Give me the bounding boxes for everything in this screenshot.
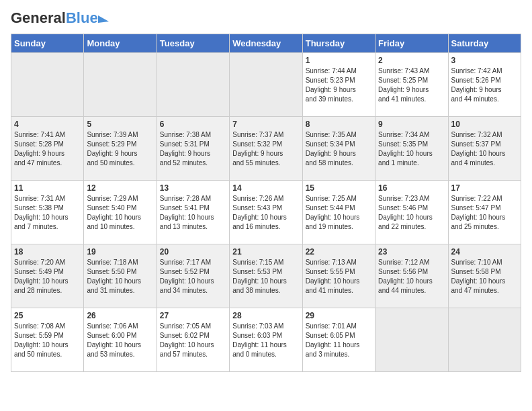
day-info: Sunrise: 7:03 AM Sunset: 6:03 PM Dayligh… xyxy=(232,322,299,359)
calendar-header-row: SundayMondayTuesdayWednesdayThursdayFrid… xyxy=(11,34,521,53)
day-info: Sunrise: 7:18 AM Sunset: 5:50 PM Dayligh… xyxy=(87,258,153,295)
day-number: 22 xyxy=(306,247,372,257)
day-number: 15 xyxy=(306,183,372,193)
day-number: 14 xyxy=(232,183,299,193)
calendar-cell: 15Sunrise: 7:25 AM Sunset: 5:44 PM Dayli… xyxy=(302,181,375,244)
calendar-cell xyxy=(84,53,157,117)
day-info: Sunrise: 7:44 AM Sunset: 5:23 PM Dayligh… xyxy=(306,66,372,104)
day-number: 2 xyxy=(378,56,445,65)
day-number: 7 xyxy=(232,120,299,129)
day-info: Sunrise: 7:35 AM Sunset: 5:34 PM Dayligh… xyxy=(306,130,372,168)
day-info: Sunrise: 7:32 AM Sunset: 5:37 PM Dayligh… xyxy=(451,130,518,168)
day-info: Sunrise: 7:41 AM Sunset: 5:28 PM Dayligh… xyxy=(14,130,81,168)
calendar-cell: 25Sunrise: 7:08 AM Sunset: 5:59 PM Dayli… xyxy=(11,308,84,372)
day-number: 29 xyxy=(306,311,372,320)
day-number: 27 xyxy=(160,311,226,320)
calendar-cell: 5Sunrise: 7:39 AM Sunset: 5:29 PM Daylig… xyxy=(84,117,157,181)
col-header-thursday: Thursday xyxy=(302,34,375,53)
day-number: 8 xyxy=(306,120,372,129)
calendar-cell xyxy=(448,308,521,372)
calendar-cell: 3Sunrise: 7:42 AM Sunset: 5:26 PM Daylig… xyxy=(448,53,521,117)
calendar-cell: 9Sunrise: 7:34 AM Sunset: 5:35 PM Daylig… xyxy=(375,117,448,181)
day-info: Sunrise: 7:05 AM Sunset: 6:02 PM Dayligh… xyxy=(160,322,226,359)
day-info: Sunrise: 7:42 AM Sunset: 5:26 PM Dayligh… xyxy=(451,66,518,104)
day-info: Sunrise: 7:15 AM Sunset: 5:53 PM Dayligh… xyxy=(232,258,299,295)
day-info: Sunrise: 7:17 AM Sunset: 5:52 PM Dayligh… xyxy=(160,258,226,295)
day-info: Sunrise: 7:43 AM Sunset: 5:25 PM Dayligh… xyxy=(378,66,445,104)
calendar-cell: 11Sunrise: 7:31 AM Sunset: 5:38 PM Dayli… xyxy=(11,181,84,244)
calendar-cell: 23Sunrise: 7:12 AM Sunset: 5:56 PM Dayli… xyxy=(375,244,448,308)
calendar-week-4: 25Sunrise: 7:08 AM Sunset: 5:59 PM Dayli… xyxy=(11,308,521,372)
day-number: 23 xyxy=(378,247,445,257)
day-number: 26 xyxy=(87,311,153,320)
day-number: 25 xyxy=(14,311,81,320)
calendar-cell: 2Sunrise: 7:43 AM Sunset: 5:25 PM Daylig… xyxy=(375,53,448,117)
day-info: Sunrise: 7:13 AM Sunset: 5:55 PM Dayligh… xyxy=(306,258,372,295)
day-number: 21 xyxy=(232,247,299,257)
day-info: Sunrise: 7:39 AM Sunset: 5:29 PM Dayligh… xyxy=(87,130,153,168)
day-number: 4 xyxy=(14,120,81,129)
calendar-cell: 14Sunrise: 7:26 AM Sunset: 5:43 PM Dayli… xyxy=(230,181,302,244)
calendar-week-0: 1Sunrise: 7:44 AM Sunset: 5:23 PM Daylig… xyxy=(11,53,521,117)
day-number: 12 xyxy=(87,183,153,193)
day-number: 28 xyxy=(232,311,299,320)
col-header-saturday: Saturday xyxy=(448,34,521,53)
calendar-cell: 8Sunrise: 7:35 AM Sunset: 5:34 PM Daylig… xyxy=(302,117,375,181)
day-info: Sunrise: 7:29 AM Sunset: 5:40 PM Dayligh… xyxy=(87,194,153,232)
day-info: Sunrise: 7:06 AM Sunset: 6:00 PM Dayligh… xyxy=(87,322,153,359)
col-header-friday: Friday xyxy=(375,34,448,53)
calendar-cell: 24Sunrise: 7:10 AM Sunset: 5:58 PM Dayli… xyxy=(448,244,521,308)
day-info: Sunrise: 7:12 AM Sunset: 5:56 PM Dayligh… xyxy=(378,258,445,295)
col-header-wednesday: Wednesday xyxy=(230,34,302,53)
day-number: 17 xyxy=(451,183,518,193)
col-header-monday: Monday xyxy=(84,34,157,53)
day-number: 13 xyxy=(160,183,226,193)
day-number: 24 xyxy=(451,247,518,257)
calendar-cell: 17Sunrise: 7:22 AM Sunset: 5:47 PM Dayli… xyxy=(448,181,521,244)
col-header-tuesday: Tuesday xyxy=(157,34,229,53)
calendar-week-3: 18Sunrise: 7:20 AM Sunset: 5:49 PM Dayli… xyxy=(11,244,521,308)
day-number: 19 xyxy=(87,247,153,257)
calendar-cell: 19Sunrise: 7:18 AM Sunset: 5:50 PM Dayli… xyxy=(84,244,157,308)
calendar-cell: 10Sunrise: 7:32 AM Sunset: 5:37 PM Dayli… xyxy=(448,117,521,181)
calendar-cell: 6Sunrise: 7:38 AM Sunset: 5:31 PM Daylig… xyxy=(157,117,229,181)
day-number: 5 xyxy=(87,120,153,129)
logo-general: General xyxy=(11,9,66,26)
calendar-cell: 18Sunrise: 7:20 AM Sunset: 5:49 PM Dayli… xyxy=(11,244,84,308)
calendar-table: SundayMondayTuesdayWednesdayThursdayFrid… xyxy=(11,34,521,372)
calendar-cell: 20Sunrise: 7:17 AM Sunset: 5:52 PM Dayli… xyxy=(157,244,229,308)
day-info: Sunrise: 7:28 AM Sunset: 5:41 PM Dayligh… xyxy=(160,194,226,232)
day-info: Sunrise: 7:38 AM Sunset: 5:31 PM Dayligh… xyxy=(160,130,226,168)
header: GeneralBlue xyxy=(11,11,521,26)
day-info: Sunrise: 7:22 AM Sunset: 5:47 PM Dayligh… xyxy=(451,194,518,232)
day-number: 11 xyxy=(14,183,81,193)
day-info: Sunrise: 7:34 AM Sunset: 5:35 PM Dayligh… xyxy=(378,130,445,168)
day-info: Sunrise: 7:10 AM Sunset: 5:58 PM Dayligh… xyxy=(451,258,518,295)
day-number: 20 xyxy=(160,247,226,257)
calendar-cell xyxy=(230,53,302,117)
calendar-cell: 16Sunrise: 7:23 AM Sunset: 5:46 PM Dayli… xyxy=(375,181,448,244)
calendar-cell: 7Sunrise: 7:37 AM Sunset: 5:32 PM Daylig… xyxy=(230,117,302,181)
day-number: 3 xyxy=(451,56,518,65)
day-number: 1 xyxy=(306,56,372,65)
logo-blue: Blue xyxy=(66,9,98,26)
calendar-week-2: 11Sunrise: 7:31 AM Sunset: 5:38 PM Dayli… xyxy=(11,181,521,244)
day-info: Sunrise: 7:26 AM Sunset: 5:43 PM Dayligh… xyxy=(232,194,299,232)
calendar-cell xyxy=(375,308,448,372)
day-info: Sunrise: 7:08 AM Sunset: 5:59 PM Dayligh… xyxy=(14,322,81,359)
logo-wing-icon xyxy=(98,15,109,23)
day-info: Sunrise: 7:37 AM Sunset: 5:32 PM Dayligh… xyxy=(232,130,299,168)
calendar-cell xyxy=(11,53,84,117)
day-info: Sunrise: 7:31 AM Sunset: 5:38 PM Dayligh… xyxy=(14,194,81,232)
calendar-cell xyxy=(157,53,229,117)
day-number: 6 xyxy=(160,120,226,129)
calendar-cell: 28Sunrise: 7:03 AM Sunset: 6:03 PM Dayli… xyxy=(230,308,302,372)
day-number: 10 xyxy=(451,120,518,129)
calendar-cell: 22Sunrise: 7:13 AM Sunset: 5:55 PM Dayli… xyxy=(302,244,375,308)
day-number: 16 xyxy=(378,183,445,193)
calendar-cell: 27Sunrise: 7:05 AM Sunset: 6:02 PM Dayli… xyxy=(157,308,229,372)
col-header-sunday: Sunday xyxy=(11,34,84,53)
day-info: Sunrise: 7:01 AM Sunset: 6:05 PM Dayligh… xyxy=(306,322,372,359)
day-info: Sunrise: 7:25 AM Sunset: 5:44 PM Dayligh… xyxy=(306,194,372,232)
day-info: Sunrise: 7:20 AM Sunset: 5:49 PM Dayligh… xyxy=(14,258,81,295)
